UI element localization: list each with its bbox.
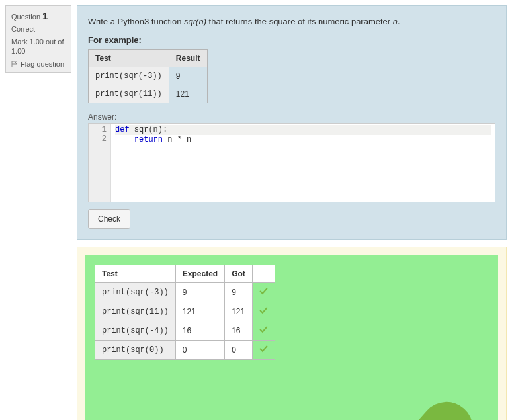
question-info-panel: Question 1 Correct Mark 1.00 out of 1.00… [5,5,71,73]
result-expected: 16 [175,321,224,340]
code-area[interactable]: def sqr(n): return n * n [111,124,495,202]
result-got: 16 [225,321,253,340]
table-row: print(sqr(-4))1616 [95,321,275,340]
table-row: print(sqr(11))121 [89,85,208,103]
result-expected: 9 [175,282,224,302]
example-test: print(sqr(11)) [89,85,169,103]
result-got: 121 [225,302,253,321]
result-test: print(sqr(11)) [95,302,176,321]
passed-label: Passed all tests! [95,365,489,421]
result-test: print(sqr(-3)) [95,282,176,302]
results-header-test: Test [95,265,176,282]
result-got: 0 [225,340,253,359]
flag-question-link[interactable]: Flag question [11,60,65,68]
result-expected: 121 [175,302,224,321]
results-header-expected: Expected [175,265,224,282]
result-expected: 0 [175,340,224,359]
result-status-icon [252,321,275,340]
for-example-label: For example: [88,35,495,45]
question-number: Question 1 [11,10,65,21]
result-status-icon [252,282,275,302]
question-text: Write a Python3 function sqr(n) that ret… [88,15,495,28]
code-editor[interactable]: 1 2 def sqr(n): return n * n [88,123,495,202]
check-icon [151,365,489,421]
result-got: 9 [225,282,253,302]
results-table: Test Expected Got print(sqr(-3))99print(… [95,265,275,360]
result-test: print(sqr(-4)) [95,321,176,340]
check-button[interactable]: Check [88,209,130,229]
result-status-icon [252,340,275,359]
results-header-status [252,265,275,282]
example-header-test: Test [89,49,169,67]
results-header-got: Got [225,265,253,282]
outcome-box: Test Expected Got print(sqr(-3))99print(… [77,247,507,421]
table-row: print(sqr(-3))9 [89,67,208,85]
example-header-result: Result [169,49,207,67]
example-table: Test Result print(sqr(-3))9print(sqr(11)… [88,49,208,103]
example-result: 121 [169,85,207,103]
results-area: Test Expected Got print(sqr(-3))99print(… [85,255,498,421]
line-gutter: 1 2 [89,124,111,202]
table-row: print(sqr(11))121121 [95,302,275,321]
example-result: 9 [169,67,207,85]
question-state: Correct [11,25,65,33]
question-content: Write a Python3 function sqr(n) that ret… [77,5,507,240]
answer-label: Answer: [88,112,495,122]
table-row: print(sqr(-3))99 [95,282,275,302]
result-test: print(sqr(0)) [95,340,176,359]
question-mark: Mark 1.00 out of 1.00 [11,37,65,56]
result-status-icon [252,302,275,321]
flag-icon [11,61,18,67]
table-row: print(sqr(0))00 [95,340,275,359]
example-test: print(sqr(-3)) [89,67,169,85]
